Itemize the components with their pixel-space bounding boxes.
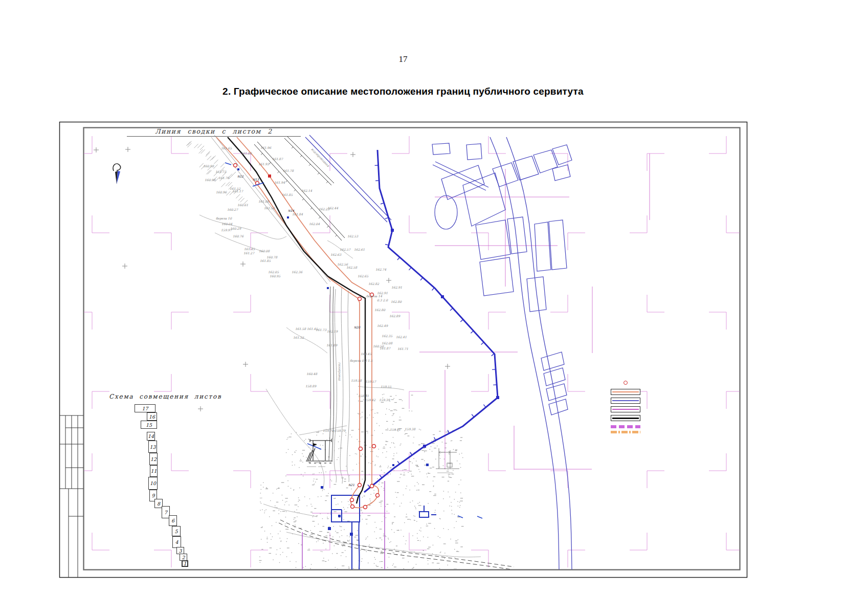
- dimension-sketch: [436, 448, 459, 473]
- elevation-label: 161.58: [295, 327, 306, 331]
- elevation-label: 162.14: [301, 189, 312, 192]
- elevation-label: 160.45: [361, 352, 372, 356]
- elevation-label: 160.61: [237, 203, 248, 207]
- elevation-label: 162.49: [377, 324, 388, 327]
- sheet-box-6: 6: [169, 515, 177, 526]
- point-number-label: N20: [354, 325, 361, 329]
- document-page: 17 2. Графическое описание местоположени…: [0, 0, 868, 614]
- elevation-label: береза 14: [366, 294, 382, 298]
- parcel-linework: [305, 135, 572, 570]
- point-number-label: N12: [237, 174, 244, 178]
- frame-stamp-column: [59, 415, 83, 577]
- elevation-label: 160.48: [306, 372, 318, 376]
- elevation-label: 161.78: [283, 169, 294, 172]
- elevation-label: 159.57: [365, 380, 376, 383]
- elevation-label: 160.08: [259, 249, 270, 253]
- elevation-label: 162.63: [330, 253, 342, 256]
- elevation-label: 161.52: [293, 336, 304, 339]
- characteristic-point-symbol: [624, 381, 628, 385]
- elevation-label: 162.58: [346, 266, 358, 269]
- map-annotations: 161.65161.96161.86161.87161.93161.78160.…: [203, 146, 416, 487]
- elevation-label: 162.82: [368, 282, 380, 286]
- quarter-boundary-line: [611, 406, 640, 412]
- elevation-label: 160.98: [205, 178, 216, 182]
- elevation-label: 161.89: [326, 343, 338, 347]
- elevation-label: 161.50: [264, 206, 275, 210]
- sheet-box-2: 2: [180, 554, 187, 561]
- sheet-box-13: 13: [148, 441, 157, 453]
- sheet-scheme-label: Схема совмещения листов: [109, 393, 222, 400]
- elevation-label: 161.17: [232, 189, 243, 193]
- pipeline-axis: [228, 137, 365, 503]
- elevation-label: 161.71: [397, 347, 408, 350]
- elevation-label: 162.53: [347, 234, 359, 238]
- elevation-label: 162.61: [354, 248, 365, 251]
- pipeline-axis-line: [611, 415, 640, 421]
- elevation-label: 160.98: [203, 164, 214, 168]
- elevation-label: 161.27: [243, 251, 255, 255]
- elevation-label: 159.41: [390, 428, 400, 431]
- sheet-box-4: 4: [172, 536, 181, 548]
- elevation-label: 161.84: [292, 212, 303, 216]
- elevation-label: 162.74: [375, 268, 386, 271]
- building-outlines: [331, 495, 436, 570]
- elevation-label: 160.50: [373, 344, 384, 348]
- elevation-label: 162.57: [340, 248, 351, 251]
- elevation-label: 160.76: [233, 234, 244, 238]
- sheet-box-5: 5: [172, 526, 181, 536]
- point-number-label: N13: [253, 178, 259, 181]
- elevation-label: 160.04: [221, 222, 232, 226]
- elevation-label: 160.95: [270, 274, 281, 278]
- elevation-label: 162.04: [309, 222, 320, 226]
- sheet-box-10: 10: [148, 477, 158, 490]
- elevation-label: 160.96: [216, 190, 227, 194]
- zone-dashdot-line: [611, 431, 640, 433]
- map-canvas: 161.65161.96161.86161.87161.93161.78160.…: [0, 0, 868, 614]
- elevation-label: 162.05: [268, 270, 279, 274]
- elevation-label: 158.41: [358, 394, 369, 398]
- elevation-label: 161.93: [258, 162, 270, 166]
- utility-line-label: газопровод: [338, 362, 342, 381]
- cadastral-grid-marks: [75, 136, 744, 567]
- sheet-box-11: 11: [150, 465, 158, 477]
- elevation-label: 161.45: [244, 247, 255, 251]
- elevation-label: 161.08: [258, 200, 270, 203]
- elevation-label: 161.87: [272, 157, 283, 161]
- sheet-box-17: 17: [135, 404, 155, 412]
- sheet-box-3: 3: [176, 547, 184, 554]
- utility-line-label: водопроводная: [310, 147, 331, 168]
- sheet-box-15: 15: [141, 421, 157, 429]
- elevation-label: 159.42: [365, 398, 376, 402]
- elevation-label: 0.3 2.0: [377, 298, 388, 302]
- elevation-label: 162.36: [292, 270, 303, 274]
- utility-marks: [225, 163, 482, 536]
- elevation-label: 162.91: [391, 286, 402, 289]
- elevation-label: 161.73: [215, 170, 227, 173]
- sweep-line-label: Линия сводки с листом 2: [127, 127, 301, 137]
- elevation-label: 161.85: [282, 193, 293, 196]
- elevation-label: 161.65: [221, 146, 232, 150]
- zone-dashed-line: [611, 425, 640, 428]
- elevation-label: 160.29: [230, 227, 241, 230]
- elevation-label: 159.38: [405, 427, 416, 431]
- elevation-label: 159.55: [381, 385, 392, 388]
- parcel-boundary-line: [611, 398, 640, 404]
- vegetation-stipple: [259, 394, 464, 569]
- elevation-label: береза 10: [216, 216, 232, 221]
- elevation-label: 161.85: [260, 259, 271, 262]
- legend: [610, 381, 641, 433]
- sheet-box-16: 16: [147, 412, 157, 421]
- elevation-label: 159.70(159.79: [323, 429, 346, 432]
- elevation-label: 162.19: [327, 330, 338, 333]
- sheet-box-12: 12: [149, 453, 158, 465]
- elevation-label: 158.89: [305, 384, 317, 388]
- elevation-label: береза 0.3 1.5: [350, 359, 373, 363]
- elevation-label: 162.35: [382, 334, 393, 338]
- elevation-label: 162.41: [396, 335, 407, 339]
- elevation-label: 161.96: [260, 146, 272, 149]
- elevation-label: 162.80: [391, 300, 402, 303]
- point-number-label: N21: [348, 483, 354, 487]
- elevation-label: 162.89: [389, 314, 400, 318]
- sheet-box-14: 14: [147, 432, 155, 441]
- north-arrow-icon: [113, 164, 121, 184]
